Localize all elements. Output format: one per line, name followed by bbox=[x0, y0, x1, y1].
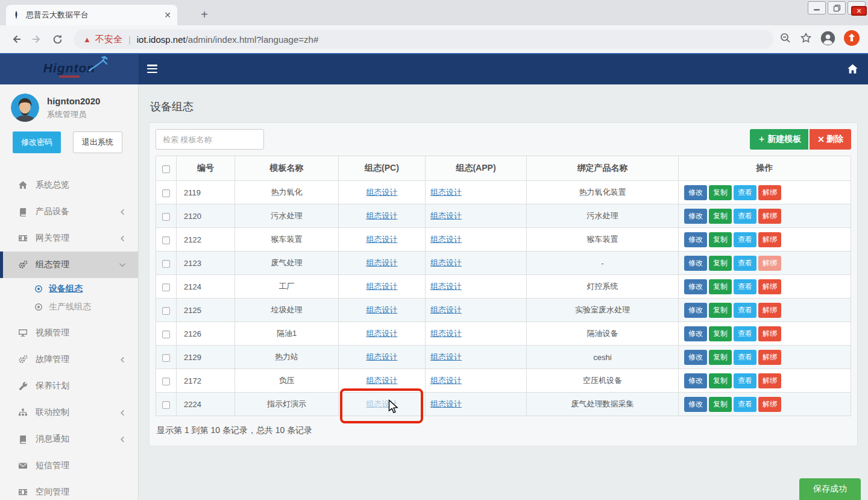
op-copy-button[interactable]: 复制 bbox=[709, 303, 732, 318]
row-checkbox[interactable] bbox=[162, 354, 170, 362]
op-view-button[interactable]: 查看 bbox=[734, 232, 756, 247]
op-view-button[interactable]: 查看 bbox=[734, 373, 756, 388]
row-checkbox[interactable] bbox=[162, 236, 170, 244]
sidebar-item-linkage-control[interactable]: 联动控制 bbox=[0, 399, 138, 426]
app-config-link[interactable]: 组态设计 bbox=[430, 305, 462, 314]
op-copy-button[interactable]: 复制 bbox=[709, 209, 732, 224]
op-edit-button[interactable]: 修改 bbox=[684, 232, 707, 247]
op-copy-button[interactable]: 复制 bbox=[709, 397, 732, 412]
op-unbind-button[interactable]: 解绑 bbox=[758, 279, 781, 294]
row-checkbox[interactable] bbox=[162, 401, 170, 409]
sidebar-item-gateway-management[interactable]: 网关管理 bbox=[0, 225, 138, 252]
pc-config-link[interactable]: 组态设计 bbox=[366, 376, 398, 385]
op-unbind-button[interactable]: 解绑 bbox=[758, 303, 781, 318]
op-copy-button[interactable]: 复制 bbox=[709, 256, 732, 271]
op-edit-button[interactable]: 修改 bbox=[684, 185, 707, 200]
sidebar-item-fault-management[interactable]: 故障管理 bbox=[0, 346, 138, 373]
window-restore-button[interactable] bbox=[828, 1, 846, 14]
new-template-button[interactable]: ＋新建模板 bbox=[750, 129, 808, 150]
op-edit-button[interactable]: 修改 bbox=[684, 303, 707, 318]
forward-icon[interactable] bbox=[27, 29, 47, 49]
search-input[interactable] bbox=[156, 129, 264, 150]
pc-config-link[interactable]: 组态设计 bbox=[366, 235, 398, 244]
row-checkbox[interactable] bbox=[162, 213, 170, 221]
tab-close-icon[interactable]: ✕ bbox=[164, 10, 171, 20]
app-config-link[interactable]: 组态设计 bbox=[430, 258, 462, 267]
op-unbind-button[interactable]: 解绑 bbox=[758, 326, 781, 341]
row-checkbox[interactable] bbox=[162, 189, 170, 197]
row-checkbox[interactable] bbox=[162, 260, 170, 268]
sidebar-item-config-management[interactable]: 组态管理 bbox=[0, 252, 138, 278]
op-copy-button[interactable]: 复制 bbox=[709, 279, 732, 294]
op-view-button[interactable]: 查看 bbox=[734, 185, 756, 200]
sidebar-item-maintenance-plan[interactable]: 保养计划 bbox=[0, 373, 138, 399]
row-checkbox[interactable] bbox=[162, 307, 170, 315]
sidebar-subitem-production-line-config[interactable]: 生产线组态 bbox=[0, 298, 138, 316]
op-view-button[interactable]: 查看 bbox=[734, 326, 756, 341]
sidebar-subitem-device-config[interactable]: 设备组态 bbox=[0, 280, 138, 298]
app-config-link[interactable]: 组态设计 bbox=[430, 211, 462, 220]
app-config-link[interactable]: 组态设计 bbox=[430, 352, 462, 361]
op-unbind-button[interactable]: 解绑 bbox=[758, 397, 781, 412]
bookmark-star-icon[interactable] bbox=[800, 32, 812, 46]
op-unbind-button[interactable]: 解绑 bbox=[758, 232, 781, 247]
row-checkbox[interactable] bbox=[162, 283, 170, 291]
refresh-icon[interactable] bbox=[47, 29, 68, 49]
app-config-link[interactable]: 组态设计 bbox=[430, 282, 462, 291]
op-unbind-button[interactable]: 解绑 bbox=[758, 350, 781, 365]
op-view-button[interactable]: 查看 bbox=[734, 279, 756, 294]
app-config-link[interactable]: 组态设计 bbox=[430, 188, 462, 197]
app-config-link[interactable]: 组态设计 bbox=[430, 329, 462, 338]
logout-button[interactable]: 退出系统 bbox=[73, 131, 122, 153]
sidebar-item-product-device[interactable]: 产品设备 bbox=[0, 198, 138, 225]
app-config-link[interactable]: 组态设计 bbox=[430, 235, 462, 244]
new-tab-button[interactable]: + bbox=[197, 7, 212, 22]
delete-button[interactable]: ✕删除 bbox=[810, 129, 851, 150]
pc-config-link[interactable]: 组态设计 bbox=[366, 352, 398, 361]
pc-config-link[interactable]: 组态设计 bbox=[366, 399, 398, 408]
op-unbind-button[interactable]: 解绑 bbox=[758, 185, 781, 200]
app-config-link[interactable]: 组态设计 bbox=[430, 376, 462, 385]
pc-config-link[interactable]: 组态设计 bbox=[366, 211, 398, 220]
op-unbind-button[interactable]: 解绑 bbox=[758, 256, 781, 271]
op-edit-button[interactable]: 修改 bbox=[684, 397, 707, 412]
op-view-button[interactable]: 查看 bbox=[734, 256, 756, 271]
pc-config-link[interactable]: 组态设计 bbox=[366, 258, 398, 267]
sidebar-item-message-notification[interactable]: 消息通知 bbox=[0, 426, 138, 452]
op-edit-button[interactable]: 修改 bbox=[684, 209, 707, 224]
sidebar-item-video-management[interactable]: 视频管理 bbox=[0, 320, 138, 346]
url-bar[interactable]: ▲ 不安全 | iot.idosp.net/admin/index.html?l… bbox=[74, 30, 773, 49]
op-copy-button[interactable]: 复制 bbox=[709, 185, 732, 200]
sidebar-item-space-management[interactable]: 空间管理 bbox=[0, 479, 138, 500]
op-edit-button[interactable]: 修改 bbox=[684, 373, 707, 388]
change-password-button[interactable]: 修改密码 bbox=[13, 131, 61, 153]
op-edit-button[interactable]: 修改 bbox=[684, 350, 707, 365]
sidebar-item-system-overview[interactable]: 系统总览 bbox=[0, 172, 138, 198]
browser-tab[interactable]: 思普云大数据平台 ✕ bbox=[6, 5, 177, 25]
app-config-link[interactable]: 组态设计 bbox=[430, 399, 462, 408]
op-view-button[interactable]: 查看 bbox=[734, 397, 756, 412]
op-unbind-button[interactable]: 解绑 bbox=[758, 373, 781, 388]
pc-config-link[interactable]: 组态设计 bbox=[366, 188, 398, 197]
op-unbind-button[interactable]: 解绑 bbox=[758, 209, 781, 224]
op-edit-button[interactable]: 修改 bbox=[684, 279, 707, 294]
browser-update-icon[interactable] bbox=[844, 30, 860, 48]
home-icon[interactable] bbox=[847, 63, 858, 75]
pc-config-link[interactable]: 组态设计 bbox=[366, 282, 398, 291]
op-view-button[interactable]: 查看 bbox=[734, 303, 756, 318]
op-view-button[interactable]: 查看 bbox=[734, 209, 756, 224]
window-close-button[interactable]: ✕ ✕ bbox=[848, 1, 866, 14]
op-edit-button[interactable]: 修改 bbox=[684, 256, 707, 271]
select-all-checkbox[interactable] bbox=[162, 165, 170, 173]
sidebar-item-sms-management[interactable]: 短信管理 bbox=[0, 452, 138, 479]
zoom-out-icon[interactable] bbox=[779, 32, 791, 46]
window-minimize-button[interactable] bbox=[808, 1, 826, 14]
op-view-button[interactable]: 查看 bbox=[734, 350, 756, 365]
back-icon[interactable] bbox=[6, 29, 27, 49]
pc-config-link[interactable]: 组态设计 bbox=[366, 329, 398, 338]
pc-config-link[interactable]: 组态设计 bbox=[366, 305, 398, 314]
row-checkbox[interactable] bbox=[162, 378, 170, 385]
op-copy-button[interactable]: 复制 bbox=[709, 350, 732, 365]
row-checkbox[interactable] bbox=[162, 331, 170, 338]
menu-toggle-icon[interactable] bbox=[147, 65, 157, 73]
